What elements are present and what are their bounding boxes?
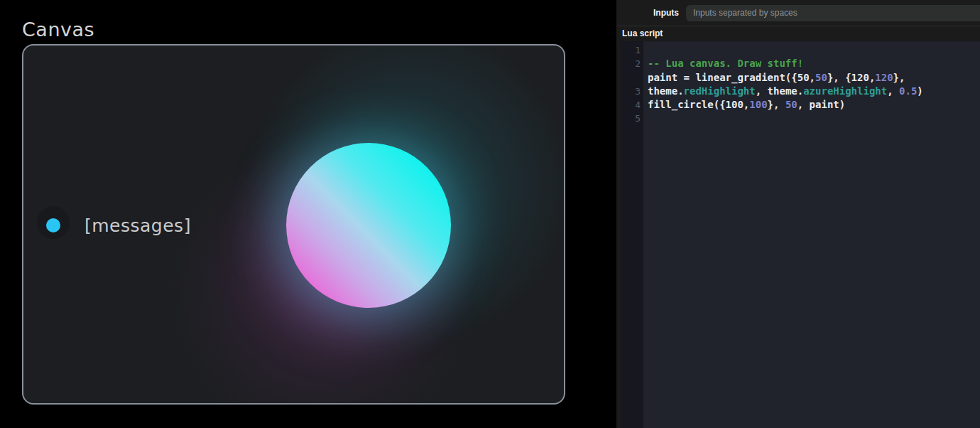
lua-editor[interactable]: 12345 -- Lua canvas. Draw stuff!paint = … [616, 41, 980, 428]
canvas-region: Canvas [messages] [0, 0, 616, 428]
code-token: 0.5 [899, 85, 917, 97]
code-token: }, {120, [827, 72, 875, 83]
code-token: , theme. [756, 85, 803, 97]
gradient-circle [286, 143, 451, 308]
code-token: }, [768, 99, 785, 110]
code-line [648, 112, 980, 125]
code-token: redHighlight [684, 85, 756, 97]
code-token: ) [917, 85, 922, 97]
messages-label: [messages] [85, 215, 191, 236]
line-number: 4 [621, 98, 641, 112]
code-token: 120 [875, 72, 893, 83]
code-token: }, [893, 72, 905, 83]
editor-gutter: 12345 [621, 41, 643, 428]
code-token: , [887, 85, 899, 97]
code-line [648, 43, 980, 57]
code-line: -- Lua canvas. Draw stuff! [648, 57, 980, 70]
line-number: 2 [621, 57, 641, 70]
marker-dot-background [37, 206, 70, 239]
app-root: Canvas [messages] Inputs Lua script 1234… [0, 0, 980, 428]
editor-code[interactable]: -- Lua canvas. Draw stuff!paint = linear… [643, 41, 980, 428]
code-token: 100 [749, 99, 767, 110]
inputs-label: Inputs [653, 8, 679, 18]
line-number: 1 [621, 43, 641, 57]
inputs-input[interactable] [686, 5, 980, 21]
code-token: 50 [815, 72, 827, 83]
code-token: theme. [648, 85, 684, 97]
code-token: azureHighlight [803, 85, 887, 97]
code-line: fill_circle({100,100}, 50, paint) [648, 98, 980, 112]
line-number [621, 71, 641, 85]
line-number: 5 [621, 112, 641, 125]
code-token: -- Lua canvas. Draw stuff! [648, 58, 803, 69]
line-number: 3 [621, 85, 641, 98]
inputs-row: Inputs [616, 0, 980, 26]
script-panel: Inputs Lua script 12345 -- Lua canvas. D… [616, 0, 980, 428]
code-token: 50 [785, 99, 797, 110]
code-line: theme.redHighlight, theme.azureHighlight… [648, 85, 980, 98]
code-line: paint = linear_gradient({50,50}, {120,12… [648, 71, 980, 85]
code-token: fill_circle({100, [648, 99, 749, 110]
code-token: , paint) [797, 99, 845, 110]
lua-script-label: Lua script [616, 26, 980, 41]
code-token: paint = linear_gradient({50, [648, 72, 815, 83]
canvas-surface[interactable]: [messages] [22, 44, 565, 405]
marker-dot [46, 218, 60, 232]
canvas-title: Canvas [22, 18, 94, 41]
